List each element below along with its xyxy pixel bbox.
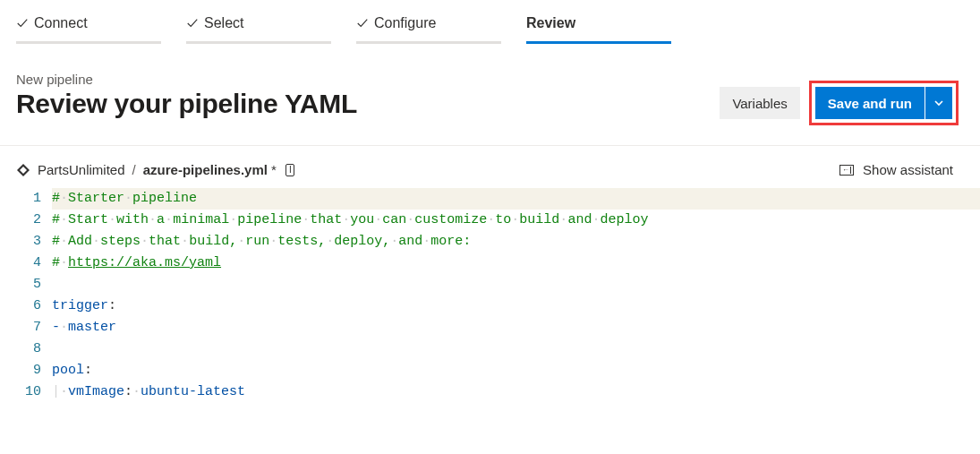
- breadcrumb-repo[interactable]: PartsUnlimited: [38, 162, 125, 177]
- code-line[interactable]: pool:: [52, 360, 980, 381]
- wizard-step-configure[interactable]: Configure: [340, 5, 510, 44]
- comment-link: https://aka.ms/yaml: [68, 255, 221, 270]
- file-bar: PartsUnlimited / azure-pipelines.yml * I…: [0, 146, 980, 188]
- yaml-key: trigger: [52, 298, 108, 313]
- wizard-step-label: Connect: [34, 15, 88, 31]
- editor-code[interactable]: #·Starter·pipeline#·Start·with·a·minimal…: [52, 188, 980, 403]
- modified-indicator: *: [271, 162, 277, 177]
- page-subtitle: New pipeline: [16, 72, 357, 87]
- panel-icon: ←: [839, 165, 854, 176]
- breadcrumb-sep: /: [132, 162, 136, 177]
- code-line[interactable]: -·master: [52, 317, 980, 338]
- line-number: 5: [9, 274, 41, 296]
- editor-gutter: 12345678910: [9, 188, 52, 403]
- line-number: 4: [9, 253, 41, 274]
- wizard-step-connect[interactable]: Connect: [0, 5, 170, 44]
- check-icon: [16, 17, 29, 30]
- wizard-step-review[interactable]: Review: [510, 5, 680, 44]
- line-number: 10: [9, 381, 41, 403]
- line-number: 9: [9, 360, 41, 381]
- yaml-value: master: [68, 320, 116, 335]
- breadcrumb-filename: azure-pipelines.yml *: [143, 162, 277, 177]
- wizard-steps: Connect Select Configure Review: [0, 0, 980, 45]
- save-and-run-dropdown[interactable]: [925, 87, 952, 119]
- header-actions: Variables Save and run: [720, 81, 959, 125]
- yaml-value: ubuntu-latest: [141, 384, 245, 399]
- variables-button[interactable]: Variables: [720, 87, 799, 119]
- chevron-down-icon: [933, 98, 944, 108]
- code-line[interactable]: [52, 338, 980, 360]
- show-assistant-label: Show assistant: [863, 162, 953, 177]
- wizard-step-indicator: [186, 41, 331, 44]
- save-and-run-button[interactable]: Save and run: [815, 87, 925, 119]
- check-icon: [186, 17, 199, 30]
- line-number: 1: [9, 188, 41, 210]
- wizard-step-indicator: [16, 41, 161, 44]
- code-line[interactable]: |·vmImage:·ubuntu-latest: [52, 381, 980, 403]
- yaml-editor[interactable]: 12345678910 #·Starter·pipeline#·Start·wi…: [0, 188, 980, 403]
- breadcrumb: PartsUnlimited / azure-pipelines.yml * I: [16, 162, 294, 177]
- wizard-step-label: Select: [204, 15, 243, 31]
- line-number: 2: [9, 210, 41, 231]
- wizard-step-label: Configure: [374, 15, 436, 31]
- yaml-key: pool: [52, 363, 84, 378]
- page-title: Review your pipeline YAML: [16, 89, 357, 119]
- code-line[interactable]: #·Add·steps·that·build,·run·tests,·deplo…: [52, 231, 980, 253]
- check-icon: [356, 17, 369, 30]
- yaml-key: vmImage: [68, 384, 124, 399]
- code-line[interactable]: #·Start·with·a·minimal·pipeline·that·you…: [52, 210, 980, 231]
- wizard-step-indicator: [526, 41, 671, 44]
- code-line[interactable]: [52, 274, 980, 296]
- line-number: 8: [9, 338, 41, 360]
- rename-icon[interactable]: I: [285, 164, 294, 176]
- line-number: 7: [9, 317, 41, 338]
- repo-icon: [16, 163, 30, 177]
- code-line[interactable]: #·https://aka.ms/yaml: [52, 253, 980, 274]
- wizard-step-select[interactable]: Select: [170, 5, 340, 44]
- code-line[interactable]: #·Starter·pipeline: [52, 188, 980, 210]
- line-number: 3: [9, 231, 41, 253]
- show-assistant-button[interactable]: ← Show assistant: [839, 162, 953, 177]
- line-number: 6: [9, 296, 41, 317]
- save-and-run-highlight: Save and run: [809, 81, 959, 125]
- wizard-step-indicator: [356, 41, 501, 44]
- wizard-step-label: Review: [526, 15, 575, 31]
- code-line[interactable]: trigger:: [52, 296, 980, 317]
- page-header: New pipeline Review your pipeline YAML V…: [0, 45, 980, 146]
